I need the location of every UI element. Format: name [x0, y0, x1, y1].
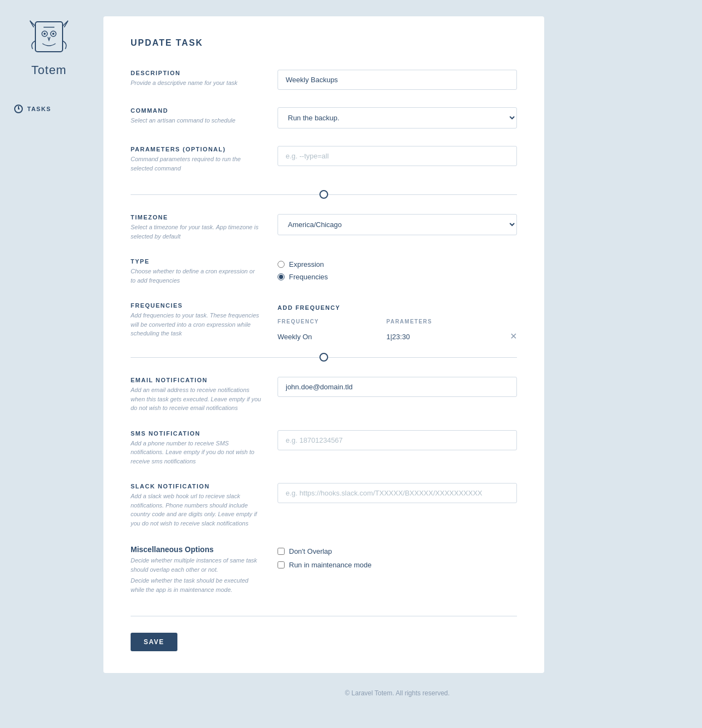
description-label-col: DESCRIPTION Provide a descriptive name f…: [131, 70, 261, 88]
description-input-col: [278, 70, 517, 90]
misc-label: Miscellaneous Options: [131, 545, 261, 554]
misc-checkbox-group: Don't Overlap Run in maintenance mode: [278, 545, 517, 569]
misc-sublabel-2: Decide whether the task should be execut…: [131, 576, 261, 594]
parameters-label-col: PARAMETERS (OPTIONAL) Command parameters…: [131, 146, 261, 173]
type-label: TYPE: [131, 258, 261, 265]
description-row: DESCRIPTION Provide a descriptive name f…: [131, 70, 517, 90]
slack-label: SLACK NOTIFICATION: [131, 483, 261, 490]
parameters-input[interactable]: [278, 146, 517, 166]
freq-header-parameters: PARAMETERS: [386, 319, 517, 325]
maintenance-mode-checkbox[interactable]: [278, 561, 285, 568]
timezone-sublabel: Select a timezone for your task. App tim…: [131, 223, 261, 241]
divider-1: [131, 190, 517, 199]
frequencies-section: FREQUENCIES Add frequencies to your task…: [131, 302, 517, 344]
email-sublabel: Add an email address to receive notifica…: [131, 386, 261, 413]
divider-circle-2: [319, 353, 328, 362]
freq-row-0: Weekly On 1|23:30 ✕: [278, 329, 517, 344]
freq-table-header: FREQUENCY PARAMETERS: [278, 319, 517, 325]
frequencies-label: FREQUENCIES: [131, 302, 261, 309]
freq-delete-button-0[interactable]: ✕: [510, 332, 517, 341]
email-input-col: [278, 377, 517, 397]
type-radio-group: Expression Frequencies: [278, 258, 517, 281]
slack-label-col: SLACK NOTIFICATION Add a slack web hook …: [131, 483, 261, 528]
svg-point-4: [52, 33, 54, 35]
slack-sublabel: Add a slack web hook url to recieve slac…: [131, 492, 261, 528]
divider-circle-1: [319, 190, 328, 199]
misc-sublabel-1: Decide whether multiple instances of sam…: [131, 556, 261, 574]
save-button[interactable]: SAVE: [131, 633, 177, 651]
svg-rect-0: [35, 22, 63, 52]
type-input-col: Expression Frequencies: [278, 258, 517, 281]
email-label: EMAIL NOTIFICATION: [131, 377, 261, 383]
timezone-input-col: America/Chicago: [278, 214, 517, 235]
email-label-col: EMAIL NOTIFICATION Add an email address …: [131, 377, 261, 413]
save-section: SAVE: [131, 616, 517, 651]
add-frequency-link[interactable]: ADD FREQUENCY: [278, 304, 340, 311]
parameters-row: PARAMETERS (OPTIONAL) Command parameters…: [131, 146, 517, 173]
app-logo: Totem: [27, 16, 71, 77]
sidebar-tasks-label: TASKS: [27, 106, 51, 112]
type-frequencies-label: Frequencies: [289, 273, 328, 281]
freq-params-0: 1|23:30: [386, 333, 499, 341]
frequencies-sublabel: Add frequencies to your task. These freq…: [131, 311, 261, 338]
type-row: TYPE Choose whether to define a cron exp…: [131, 258, 517, 285]
command-select[interactable]: Run the backup.: [278, 107, 517, 129]
email-notification-row: EMAIL NOTIFICATION Add an email address …: [131, 377, 517, 413]
sms-input-col: [278, 430, 517, 450]
parameters-sublabel: Command parameters required to run the s…: [131, 155, 261, 173]
type-frequencies-option[interactable]: Frequencies: [278, 273, 517, 281]
type-label-col: TYPE Choose whether to define a cron exp…: [131, 258, 261, 285]
misc-label-col: Miscellaneous Options Decide whether mul…: [131, 545, 261, 594]
maintenance-mode-option[interactable]: Run in maintenance mode: [278, 561, 517, 569]
command-label-col: COMMAND Select an artisan command to sch…: [131, 107, 261, 125]
footer-text: © Laravel Totem. All rights reserved.: [345, 689, 450, 697]
sms-label: SMS NOTIFICATION: [131, 430, 261, 437]
svg-point-3: [44, 33, 46, 35]
timezone-row: TIMEZONE Select a timezone for your task…: [131, 214, 517, 241]
sms-sublabel: Add a phone number to receive SMS notifi…: [131, 439, 261, 466]
type-expression-label: Expression: [289, 260, 324, 268]
slack-input[interactable]: [278, 483, 517, 503]
sms-input[interactable]: [278, 430, 517, 450]
sms-notification-row: SMS NOTIFICATION Add a phone number to r…: [131, 430, 517, 466]
command-input-col: Run the backup.: [278, 107, 517, 129]
type-expression-radio[interactable]: [278, 261, 285, 268]
timezone-select[interactable]: America/Chicago: [278, 214, 517, 235]
type-frequencies-radio[interactable]: [278, 273, 285, 280]
dont-overlap-option[interactable]: Don't Overlap: [278, 547, 517, 555]
dont-overlap-label: Don't Overlap: [289, 547, 332, 555]
description-input[interactable]: [278, 70, 517, 90]
frequencies-right: ADD FREQUENCY FREQUENCY PARAMETERS Weekl…: [278, 302, 517, 344]
timezone-label-col: TIMEZONE Select a timezone for your task…: [131, 214, 261, 241]
freq-value-0: Weekly On: [278, 333, 375, 341]
type-sublabel: Choose whether to define a cron expressi…: [131, 267, 261, 285]
sms-label-col: SMS NOTIFICATION Add a phone number to r…: [131, 430, 261, 466]
parameters-label: PARAMETERS (OPTIONAL): [131, 146, 261, 152]
command-sublabel: Select an artisan command to schedule: [131, 116, 261, 125]
page-title: UPDATE TASK: [131, 38, 517, 48]
form-card: UPDATE TASK DESCRIPTION Provide a descri…: [103, 16, 544, 673]
email-input[interactable]: [278, 377, 517, 397]
freq-header-frequency: FREQUENCY: [278, 319, 375, 325]
sidebar-item-tasks[interactable]: TASKS: [5, 99, 93, 119]
timezone-label: TIMEZONE: [131, 214, 261, 221]
divider-2: [131, 353, 517, 362]
totem-logo-icon: [27, 16, 71, 60]
frequencies-label-col: FREQUENCIES Add frequencies to your task…: [131, 302, 261, 338]
parameters-input-col: [278, 146, 517, 166]
command-row: COMMAND Select an artisan command to sch…: [131, 107, 517, 129]
maintenance-mode-label: Run in maintenance mode: [289, 561, 372, 569]
sidebar: Totem TASKS: [0, 0, 98, 728]
command-label: COMMAND: [131, 107, 261, 114]
footer: © Laravel Totem. All rights reserved.: [103, 678, 691, 708]
dont-overlap-checkbox[interactable]: [278, 548, 285, 555]
slack-notification-row: SLACK NOTIFICATION Add a slack web hook …: [131, 483, 517, 528]
slack-input-col: [278, 483, 517, 503]
description-sublabel: Provide a descriptive name for your task: [131, 78, 261, 88]
type-expression-option[interactable]: Expression: [278, 260, 517, 268]
sidebar-navigation: TASKS: [0, 99, 98, 119]
app-name: Totem: [32, 63, 67, 77]
main-content: UPDATE TASK DESCRIPTION Provide a descri…: [98, 0, 702, 728]
miscellaneous-row: Miscellaneous Options Decide whether mul…: [131, 545, 517, 594]
description-label: DESCRIPTION: [131, 70, 261, 76]
